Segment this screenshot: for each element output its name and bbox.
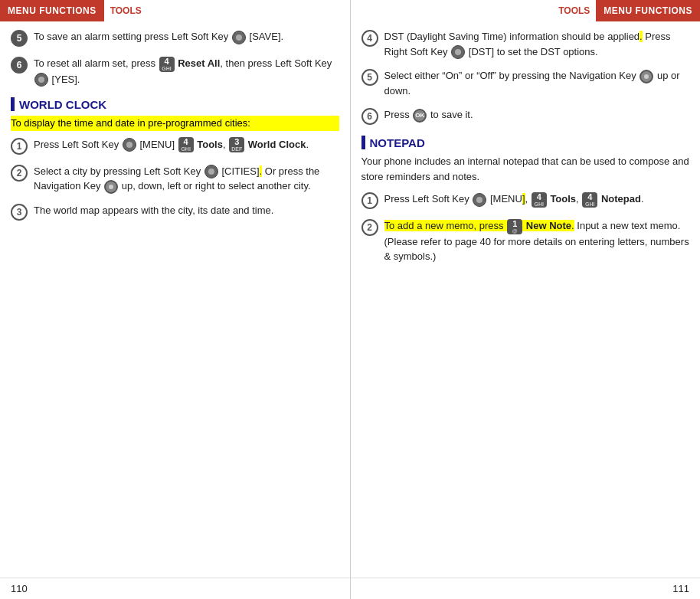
soft-key-btn-4	[204, 165, 218, 178]
left-page-num: 110	[11, 583, 28, 594]
wc-step-3-text: The world map appears with the city, its…	[34, 203, 273, 218]
alarm-step-6-text: To reset all alarm set, press 4GHI Reset…	[34, 56, 339, 87]
soft-key-btn-3	[123, 138, 136, 152]
dst-step-4: 4 DST (Daylight Saving Time) information…	[361, 29, 690, 59]
dst-step-6: 6 Press OK to save it.	[361, 107, 690, 125]
left-menu-functions-label: MENU FUNCTIONS	[0, 0, 104, 21]
alarm-step-6: 6 To reset all alarm set, press 4GHI Res…	[11, 56, 339, 87]
key-4ghi-np2: 4GHI	[582, 192, 597, 208]
soft-key-np-1	[473, 193, 486, 207]
right-tools-label: TOOLS	[552, 0, 596, 21]
wc-step-num-1: 1	[11, 138, 28, 155]
ok-key-icon: OK	[413, 109, 427, 123]
wc-step-1-text: Press Left Soft Key [MENU] 4GHI Tools, 3…	[34, 137, 309, 153]
key-4ghi-tools: 4GHI	[178, 137, 194, 152]
left-tools-label: TOOLS	[104, 0, 148, 21]
right-footer: 111	[351, 578, 701, 599]
left-header: MENU FUNCTIONS TOOLS	[0, 0, 350, 21]
nav-key-icon	[104, 180, 118, 194]
soft-key-dst	[451, 45, 465, 59]
section-bar-icon	[11, 97, 15, 111]
wc-step-1: 1 Press Left Soft Key [MENU] 4GHI Tools,…	[11, 137, 339, 155]
dst-step-6-text: Press OK to save it.	[384, 107, 473, 123]
alarm-step-5-text: To save an alarm setting press Left Soft…	[34, 29, 283, 44]
key-4ghi-np1: 4GHI	[532, 192, 547, 208]
wc-step-3: 3 The world map appears with the city, i…	[11, 203, 339, 221]
notepad-bar-icon	[361, 136, 365, 149]
step-num-5: 5	[11, 30, 28, 47]
np-step-2-text: To add a new memo, press 1@ New Note. In…	[384, 218, 690, 264]
np-step-1-text: Press Left Soft Key [MENU], 4GHI Tools, …	[384, 191, 644, 208]
right-content: 4 DST (Daylight Saving Time) information…	[351, 29, 701, 578]
left-page: MENU FUNCTIONS TOOLS 5 To save an alarm …	[0, 0, 350, 599]
wc-step-num-3: 3	[11, 204, 28, 221]
soft-key-btn-icon-2	[34, 73, 48, 87]
wc-step-2-text: Select a city by pressing Left Soft Key …	[34, 164, 339, 194]
world-clock-title: WORLD CLOCK	[19, 98, 106, 111]
nav-key-dst	[639, 70, 653, 83]
dst-step-5-text: Select either “On” or “Off” by pressing …	[384, 68, 690, 98]
key-4ghi: 4GHI	[159, 57, 175, 72]
step-num-6: 6	[11, 57, 28, 74]
dst-step-num-4: 4	[361, 30, 378, 47]
wc-step-2: 2 Select a city by pressing Left Soft Ke…	[11, 164, 339, 194]
key-1at-np: 1@	[507, 219, 522, 234]
notepad-description: Your phone includes an internal notepad …	[361, 154, 690, 184]
world-clock-section-header: WORLD CLOCK	[11, 97, 339, 111]
np-step-2: 2 To add a new memo, press 1@ New Note. …	[361, 218, 690, 264]
alarm-step-5: 5 To save an alarm setting press Left So…	[11, 29, 339, 47]
np-step-num-2: 2	[361, 219, 378, 236]
notepad-section-header: NOTEPAD	[361, 136, 690, 149]
right-header: TOOLS MENU FUNCTIONS	[351, 0, 701, 21]
soft-key-btn-icon	[232, 31, 246, 44]
left-footer: 110	[0, 578, 350, 599]
dst-step-4-text: DST (Daylight Saving Time) information s…	[384, 29, 690, 59]
key-3def: 3DEF	[229, 137, 244, 152]
notepad-title: NOTEPAD	[370, 136, 425, 149]
world-clock-highlight: To display the time and date in pre-prog…	[11, 116, 339, 131]
right-page-num: 111	[672, 583, 689, 594]
np-step-num-1: 1	[361, 192, 378, 209]
wc-step-num-2: 2	[11, 165, 28, 182]
dst-step-5: 5 Select either “On” or “Off” by pressin…	[361, 68, 690, 98]
np-step-1: 1 Press Left Soft Key [MENU], 4GHI Tools…	[361, 191, 690, 209]
dst-step-num-5: 5	[361, 69, 378, 86]
left-content: 5 To save an alarm setting press Left So…	[0, 29, 350, 578]
dst-step-num-6: 6	[361, 108, 378, 125]
right-page: TOOLS MENU FUNCTIONS 4 DST (Daylight Sav…	[351, 0, 701, 599]
right-menu-functions-label: MENU FUNCTIONS	[596, 0, 700, 21]
